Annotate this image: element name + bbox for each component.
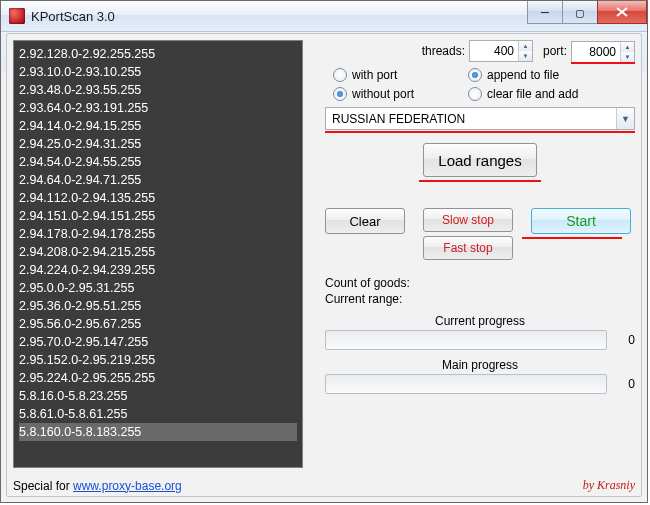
ip-range-item[interactable]: 2.95.36.0-2.95.51.255	[19, 297, 297, 315]
port-spinner[interactable]: ▲▼	[571, 41, 635, 62]
ip-range-item[interactable]: 2.94.14.0-2.94.15.255	[19, 117, 297, 135]
country-value: RUSSIAN FEDERATION	[326, 112, 616, 126]
ip-range-item[interactable]: 5.8.160.0-5.8.183.255	[19, 423, 297, 441]
footer-text: Special for www.proxy-base.org	[13, 479, 182, 493]
titlebar[interactable]: KPortScan 3.0 ─ ▢	[1, 1, 647, 32]
ip-range-item[interactable]: 2.93.64.0-2.93.191.255	[19, 99, 297, 117]
ip-range-item[interactable]: 2.92.128.0-2.92.255.255	[19, 45, 297, 63]
main-progress-value: 0	[611, 377, 635, 391]
chevron-down-icon[interactable]: ▼	[616, 108, 634, 129]
port-label: port:	[543, 44, 567, 58]
ip-range-item[interactable]: 2.94.112.0-2.94.135.255	[19, 189, 297, 207]
current-progress-label: Current progress	[325, 314, 635, 328]
port-input[interactable]	[572, 42, 620, 62]
main-progress-bar	[325, 374, 607, 394]
append-radio[interactable]	[468, 68, 482, 82]
with-port-label: with port	[352, 68, 397, 82]
country-combobox[interactable]: RUSSIAN FEDERATION ▼	[325, 107, 635, 130]
load-underline	[419, 180, 541, 182]
fast-stop-button[interactable]: Fast stop	[423, 236, 513, 260]
ip-range-item[interactable]: 2.94.151.0-2.94.151.255	[19, 207, 297, 225]
ip-range-item[interactable]: 2.95.70.0-2.95.147.255	[19, 333, 297, 351]
close-button[interactable]	[597, 1, 647, 24]
append-label: append to file	[487, 68, 559, 82]
ip-range-item[interactable]: 2.94.208.0-2.94.215.255	[19, 243, 297, 261]
ip-range-item[interactable]: 2.94.25.0-2.94.31.255	[19, 135, 297, 153]
threads-up-icon[interactable]: ▲	[519, 41, 532, 51]
ip-range-item[interactable]: 2.94.178.0-2.94.178.255	[19, 225, 297, 243]
clear-button[interactable]: Clear	[325, 208, 405, 234]
ip-range-item[interactable]: 5.8.16.0-5.8.23.255	[19, 387, 297, 405]
minimize-button[interactable]: ─	[527, 1, 563, 24]
maximize-button[interactable]: ▢	[562, 1, 598, 24]
ip-range-item[interactable]: 2.95.0.0-2.95.31.255	[19, 279, 297, 297]
ip-range-item[interactable]: 2.94.54.0-2.94.55.255	[19, 153, 297, 171]
with-port-radio[interactable]	[333, 68, 347, 82]
threads-input[interactable]	[470, 41, 518, 61]
ip-range-list[interactable]: 2.92.128.0-2.92.255.2552.93.10.0-2.93.10…	[13, 40, 303, 468]
start-underline	[522, 237, 622, 239]
ip-range-item[interactable]: 2.93.10.0-2.93.10.255	[19, 63, 297, 81]
clear-add-label: clear file and add	[487, 87, 578, 101]
settings-panel: threads: ▲▼ port: ▲▼ with port	[303, 40, 635, 468]
clear-add-radio[interactable]	[468, 87, 482, 101]
slow-stop-button[interactable]: Slow stop	[423, 208, 513, 232]
current-range-label: Current range:	[325, 292, 635, 306]
port-up-icon[interactable]: ▲	[621, 42, 634, 52]
load-ranges-button[interactable]: Load ranges	[423, 143, 536, 177]
footer-link[interactable]: www.proxy-base.org	[73, 479, 182, 493]
current-progress-bar	[325, 330, 607, 350]
ip-range-item[interactable]: 2.95.56.0-2.95.67.255	[19, 315, 297, 333]
ip-range-item[interactable]: 2.94.64.0-2.94.71.255	[19, 171, 297, 189]
ip-range-item[interactable]: 2.95.152.0-2.95.219.255	[19, 351, 297, 369]
ip-range-item[interactable]: 2.95.224.0-2.95.255.255	[19, 369, 297, 387]
start-button[interactable]: Start	[531, 208, 631, 234]
ip-range-item[interactable]: 2.93.48.0-2.93.55.255	[19, 81, 297, 99]
ip-range-item[interactable]: 2.94.224.0-2.94.239.255	[19, 261, 297, 279]
threads-down-icon[interactable]: ▼	[519, 51, 532, 61]
close-icon	[616, 7, 628, 17]
byline: by Krasniy	[583, 478, 635, 493]
app-icon	[9, 8, 25, 24]
client-area: 2.92.128.0-2.92.255.2552.93.10.0-2.93.10…	[6, 33, 642, 497]
ip-range-item[interactable]: 5.8.61.0-5.8.61.255	[19, 405, 297, 423]
current-progress-value: 0	[611, 333, 635, 347]
threads-label: threads:	[422, 44, 465, 58]
main-progress-label: Main progress	[325, 358, 635, 372]
threads-spinner[interactable]: ▲▼	[469, 40, 533, 62]
count-of-goods-label: Count of goods:	[325, 276, 635, 290]
without-port-label: without port	[352, 87, 414, 101]
without-port-radio[interactable]	[333, 87, 347, 101]
window-title: KPortScan 3.0	[31, 9, 115, 24]
port-down-icon[interactable]: ▼	[621, 52, 634, 62]
app-window: KPortScan 3.0 ─ ▢ 2.92.128.0-2.92.255.25…	[0, 0, 648, 503]
